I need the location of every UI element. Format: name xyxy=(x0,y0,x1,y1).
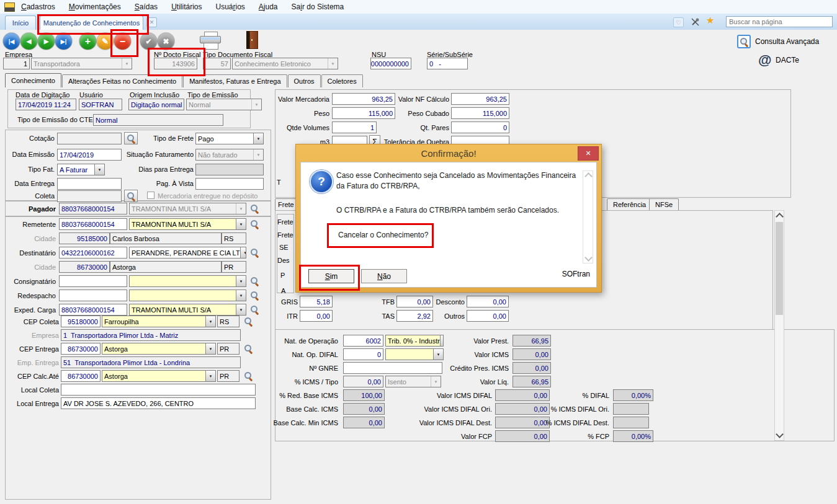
dropdown-arrow-icon[interactable]: ▼ xyxy=(236,276,246,286)
gris-field[interactable]: 5,18 xyxy=(300,296,333,307)
consignatario-search-icon[interactable] xyxy=(250,276,259,286)
dialog-scrollbar[interactable] xyxy=(583,170,593,263)
remetente-code-field[interactable]: 88037668000154 xyxy=(59,218,127,230)
redespacho-search-icon[interactable] xyxy=(250,291,259,300)
consulta-avancada-button[interactable]: Consulta Avançada xyxy=(755,38,819,46)
scrollbar-thumb[interactable] xyxy=(776,222,783,315)
cep-calc-search-icon[interactable] xyxy=(244,371,253,381)
menu-item-ajuda[interactable]: Ajuda xyxy=(259,2,278,11)
edit-button[interactable]: ✎ xyxy=(97,33,114,50)
cep-entrega-code[interactable]: 86730000 xyxy=(61,343,101,355)
valor-nf-field[interactable]: 963,25 xyxy=(451,93,509,105)
menu-item-movimentacoes[interactable]: Movimentações xyxy=(69,2,121,11)
delete-button[interactable]: − xyxy=(114,33,131,50)
tab-manutencao-conhecimentos[interactable]: Manutenção de Conhecimentos xyxy=(40,15,143,30)
tab-conhecimento[interactable]: Conhecimento xyxy=(5,73,61,87)
exped-carga-name-dropdown[interactable]: TRAMONTINA MULTI S/A▼ xyxy=(129,304,246,316)
remetente-search-icon[interactable] xyxy=(250,219,259,229)
outros-field[interactable]: 0,00 xyxy=(467,310,509,322)
dialog-scroll-up-icon[interactable] xyxy=(584,172,593,180)
pagador-search-icon[interactable] xyxy=(250,204,259,213)
nav-previous-button[interactable]: ◀ xyxy=(20,33,37,50)
consulta-avancada-icon[interactable] xyxy=(737,35,751,48)
tipo-fat-dropdown[interactable]: A Faturar▼ xyxy=(57,164,105,175)
pin-disabled-icon[interactable] xyxy=(691,17,700,27)
local-coleta-field[interactable] xyxy=(61,384,256,396)
dialog-close-button[interactable]: ✕ xyxy=(578,146,599,161)
coleta-search-button[interactable] xyxy=(124,190,138,202)
consignatario-name-dropdown[interactable]: ▼ xyxy=(129,275,246,287)
redespacho-name-dropdown[interactable]: ▼ xyxy=(129,290,246,301)
tab-coletores[interactable]: Coletores xyxy=(321,74,363,87)
search-input[interactable] xyxy=(726,16,833,27)
cancel-button[interactable]: ✖ xyxy=(158,33,174,50)
vertical-scrollbar[interactable] xyxy=(774,210,784,441)
tipo-frete-dropdown[interactable]: Pago▼ xyxy=(195,133,264,144)
confirm-button[interactable]: ✔ xyxy=(140,33,157,50)
desconto-field[interactable]: 0,00 xyxy=(467,296,509,307)
dialog-scroll-down-icon[interactable] xyxy=(584,254,593,262)
tab-outros[interactable]: Outros xyxy=(288,74,321,87)
exit-door-button[interactable] xyxy=(246,31,258,49)
dropdown-arrow-icon[interactable]: ▼ xyxy=(236,304,246,315)
scroll-up-icon[interactable] xyxy=(775,212,784,219)
dialog-yes-button[interactable]: Sim xyxy=(308,269,354,283)
nat-operacao-code[interactable]: 6002 xyxy=(343,335,383,347)
tab-manifestos[interactable]: Manifestos, Faturas e Entrega xyxy=(183,74,287,87)
menu-item-saidas[interactable]: Saídas xyxy=(135,2,158,11)
exped-carga-search-icon[interactable] xyxy=(250,305,259,314)
qt-pares-field[interactable]: 0 xyxy=(451,122,509,133)
destinatario-code-field[interactable]: 04322106000162 xyxy=(59,247,127,259)
destinatario-search-icon[interactable] xyxy=(250,248,259,257)
menu-item-utilitarios[interactable]: Utilitários xyxy=(171,2,202,11)
mercadoria-checkbox[interactable] xyxy=(147,192,154,199)
itr-field[interactable]: 0,00 xyxy=(300,310,333,322)
add-button[interactable]: + xyxy=(79,33,96,50)
print-button[interactable] xyxy=(200,32,221,49)
exped-carga-code-field[interactable]: 88037668000154 xyxy=(59,304,127,316)
local-entrega-field[interactable]: AV DR JOSE S. AZEVEDO, 266, CENTRO xyxy=(61,397,256,409)
nsu-field[interactable]: 0000000000 xyxy=(370,58,411,69)
nav-last-button[interactable]: ▶| xyxy=(55,33,72,50)
qtde-volumes-field[interactable]: 1 xyxy=(332,122,377,133)
cep-coleta-code[interactable]: 95180000 xyxy=(61,316,101,327)
tab-alteracoes[interactable]: Alterações Feitas no Conhecimento xyxy=(62,74,182,87)
dacte-at-icon[interactable]: @ xyxy=(758,52,771,68)
dropdown-arrow-icon[interactable]: ▼ xyxy=(253,133,263,144)
nat-difal-code[interactable]: 0 xyxy=(343,348,383,360)
dropdown-arrow-icon[interactable]: ▼ xyxy=(94,164,104,175)
tab-referencia[interactable]: Referência xyxy=(607,198,652,210)
tab-inicio[interactable]: Início xyxy=(5,15,36,30)
dropdown-arrow-icon[interactable]: ▼ xyxy=(236,219,246,229)
dropdown-arrow-icon[interactable]: ▼ xyxy=(205,316,215,327)
dropdown-arrow-icon[interactable]: ▼ xyxy=(240,247,246,258)
tab-nfse[interactable]: NFSe xyxy=(649,198,679,210)
menu-item-sair[interactable]: Sair do Sistema xyxy=(292,2,344,11)
dropdown-arrow-icon[interactable]: ▼ xyxy=(205,371,215,381)
peso-cubado-field[interactable]: 115,000 xyxy=(451,107,509,119)
consignatario-code-field[interactable] xyxy=(59,275,127,287)
redespacho-code-field[interactable] xyxy=(59,290,127,301)
cep-calc-city-dropdown[interactable]: Astorga▼ xyxy=(102,370,216,382)
dropdown-arrow-icon[interactable]: ▼ xyxy=(205,343,215,354)
menu-item-usuarios[interactable]: Usuários xyxy=(215,2,244,11)
menu-item-cadastros[interactable]: Cadastros xyxy=(21,2,55,11)
nav-first-button[interactable]: |◀ xyxy=(3,33,20,50)
star-icon[interactable]: ★ xyxy=(706,15,714,26)
pag-vista-field[interactable] xyxy=(195,178,264,190)
serie-field[interactable]: 0 - xyxy=(427,58,468,69)
cep-coleta-search-icon[interactable] xyxy=(244,317,253,326)
tab-close-icon[interactable]: ✕ xyxy=(146,17,157,27)
favorites-heart-icon[interactable]: ♡ xyxy=(673,17,684,27)
tab-frete-fragment[interactable]: Frete xyxy=(275,198,296,210)
cep-entrega-search-icon[interactable] xyxy=(244,344,253,353)
dialog-no-button[interactable]: Não xyxy=(361,269,407,283)
remetente-name-dropdown[interactable]: TRAMONTINA MULTI S/A▼ xyxy=(129,218,246,230)
dropdown-arrow-icon[interactable]: ▼ xyxy=(236,290,246,301)
destinatario-name-dropdown[interactable]: PERANDRE, PERANDRE E CIA LT▼ xyxy=(129,247,246,259)
coleta-field[interactable] xyxy=(57,190,122,202)
scroll-down-icon[interactable] xyxy=(775,431,784,439)
nav-next-button[interactable]: ▶ xyxy=(38,33,55,50)
cep-calc-code[interactable]: 86730000 xyxy=(61,370,101,382)
cep-coleta-city-dropdown[interactable]: Farroupilha▼ xyxy=(102,316,216,327)
